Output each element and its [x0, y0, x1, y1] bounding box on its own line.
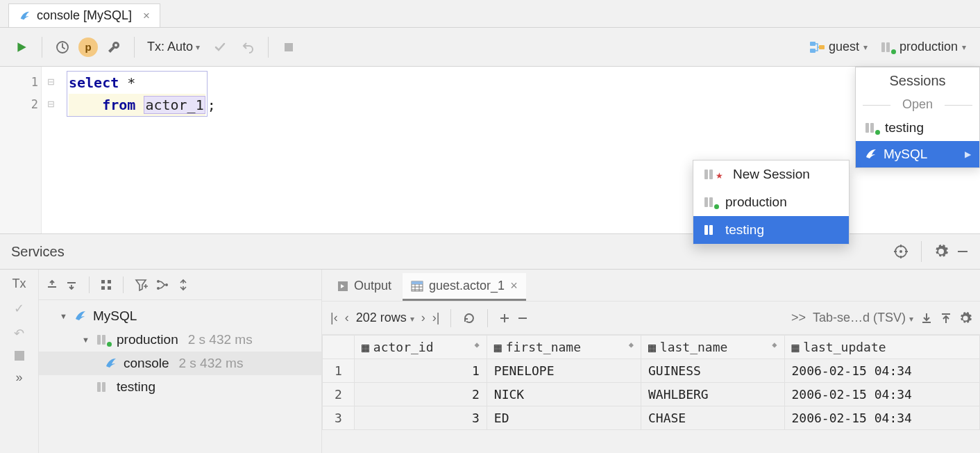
column-header-last-name[interactable]: ▦last_name◆ [641, 336, 785, 359]
datasource-selector[interactable]: production ▾ [876, 40, 970, 54]
gear-icon[interactable] [934, 245, 948, 258]
result-tabs: Output guest.actor_1 × [322, 270, 980, 302]
expand-all-icon[interactable] [46, 279, 58, 291]
session-item-mysql[interactable]: MySQL ▶ [856, 141, 979, 167]
table-header-row: ▦actor_id◆ ▦first_name◆ ▦last_name◆ ▦las… [323, 336, 980, 359]
column-header-first-name[interactable]: ▦first_name◆ [487, 336, 641, 359]
gear-icon[interactable] [959, 312, 972, 324]
tx-mode-selector[interactable]: Tx: Auto ▾ [143, 40, 204, 54]
cell-last-update[interactable]: 2006-02-15 04:34 [784, 383, 979, 406]
session-item-label: testing [885, 120, 924, 135]
table-row[interactable]: 1 1 PENELOPE GUINESS 2006-02-15 04:34 [323, 359, 980, 383]
cell-first-name[interactable]: NICK [487, 383, 641, 406]
playground-badge[interactable]: p [78, 38, 98, 57]
more-label[interactable]: >> [791, 311, 806, 325]
tree-node-console[interactable]: console 2 s 432 ms [39, 352, 321, 375]
services-tree[interactable]: ▼ MySQL ▼ production 2 s 432 ms console … [39, 300, 321, 453]
tree-node-testing[interactable]: testing [39, 375, 321, 399]
twisty-open-icon[interactable]: ▼ [60, 312, 68, 320]
export-format-selector[interactable]: Tab-se…d (TSV) ▾ [813, 311, 913, 325]
file-tab-console[interactable]: console [MySQL] × [8, 3, 160, 27]
table-icon: ▦ [792, 340, 800, 354]
history-icon[interactable] [51, 35, 74, 59]
download-icon[interactable] [920, 312, 933, 324]
svg-rect-20 [108, 280, 111, 283]
stop-icon[interactable] [15, 351, 24, 361]
cell-actor-id[interactable]: 3 [355, 406, 487, 430]
fold-start-icon[interactable]: ⊟ [42, 71, 60, 93]
prev-page-icon[interactable]: ‹ [345, 311, 349, 325]
session-item-testing[interactable]: testing [856, 115, 979, 141]
sort-icon[interactable]: ◆ [772, 340, 777, 349]
svg-point-23 [157, 280, 160, 283]
split-icon[interactable] [176, 279, 190, 291]
svg-point-25 [165, 283, 168, 286]
close-icon[interactable]: × [510, 279, 518, 293]
services-title: Services [11, 244, 65, 260]
cell-last-update[interactable]: 2006-02-15 04:34 [784, 406, 979, 430]
commit-icon[interactable]: ✓ [14, 301, 24, 316]
rollback-icon[interactable] [236, 35, 260, 59]
chevron-down-icon: ▾ [962, 42, 966, 52]
add-row-icon[interactable] [499, 313, 510, 324]
svg-rect-19 [101, 280, 105, 283]
last-page-icon[interactable]: ›| [432, 311, 440, 325]
column-header-actor-id[interactable]: ▦actor_id◆ [355, 336, 487, 359]
tree-node-production[interactable]: ▼ production 2 s 432 ms [39, 328, 321, 352]
keyword: from [102, 97, 135, 113]
collapse-all-icon[interactable] [65, 279, 78, 291]
cell-actor-id[interactable]: 1 [355, 359, 487, 383]
minimize-icon[interactable] [956, 245, 969, 258]
fold-end-icon[interactable]: ⊟ [42, 93, 60, 115]
submenu-new-session[interactable]: ★ New Session [693, 160, 849, 188]
tx-label[interactable]: Tx [12, 277, 26, 291]
cell-last-name[interactable]: CHASE [641, 406, 785, 430]
result-pane: Output guest.actor_1 × |‹ ‹ 202 rows ▾ ›… [322, 270, 980, 453]
branch-icon[interactable] [155, 279, 169, 291]
wrench-icon[interactable] [102, 35, 126, 59]
upload-icon[interactable] [940, 312, 952, 324]
tree-label: production [117, 332, 178, 347]
filter-add-icon[interactable] [135, 279, 149, 291]
submenu-testing[interactable]: testing [693, 216, 849, 244]
cell-first-name[interactable]: PENELOPE [487, 359, 641, 383]
svg-point-24 [157, 287, 160, 290]
cell-actor-id[interactable]: 2 [355, 383, 487, 406]
svg-rect-7 [865, 123, 869, 133]
table-row[interactable]: 2 2 NICK WAHLBERG 2006-02-15 04:34 [323, 383, 980, 406]
cell-first-name[interactable]: ED [487, 406, 641, 430]
cell-last-update[interactable]: 2006-02-15 04:34 [784, 359, 979, 383]
separator [42, 37, 42, 58]
cell-last-name[interactable]: GUINESS [641, 359, 785, 383]
tree-node-mysql[interactable]: ▼ MySQL [39, 304, 321, 328]
grid-compact-icon[interactable] [101, 279, 112, 290]
column-header-last-update[interactable]: ▦last_update [784, 336, 979, 359]
first-page-icon[interactable]: |‹ [330, 311, 338, 325]
target-icon[interactable] [893, 244, 909, 259]
more-icon[interactable]: » [15, 370, 22, 385]
result-tab-actor1[interactable]: guest.actor_1 × [403, 273, 526, 301]
table-row[interactable]: 3 3 ED CHASE 2006-02-15 04:34 [323, 406, 980, 430]
result-grid[interactable]: ▦actor_id◆ ▦first_name◆ ▦last_name◆ ▦las… [322, 335, 980, 453]
reload-icon[interactable] [462, 311, 476, 325]
cell-last-name[interactable]: WAHLBERG [641, 383, 785, 406]
sessions-title: Sessions [856, 67, 979, 94]
sort-icon[interactable]: ◆ [475, 340, 480, 349]
twisty-open-icon[interactable]: ▼ [82, 336, 90, 344]
close-icon[interactable]: × [143, 9, 150, 23]
next-page-icon[interactable]: › [421, 311, 425, 325]
sort-icon[interactable]: ◆ [629, 340, 634, 349]
svg-rect-28 [97, 382, 101, 392]
console-icon [104, 356, 118, 370]
submenu-production[interactable]: production [693, 188, 849, 216]
rollback-icon[interactable]: ↶ [14, 326, 24, 341]
svg-rect-14 [709, 225, 713, 235]
commit-icon[interactable] [208, 35, 232, 59]
schema-selector[interactable]: guest ▾ [805, 40, 872, 54]
rowcount-selector[interactable]: 202 rows ▾ [356, 311, 414, 325]
remove-row-icon[interactable] [517, 313, 528, 324]
svg-rect-21 [101, 286, 105, 290]
result-tab-output[interactable]: Output [329, 273, 400, 301]
stop-icon[interactable] [277, 35, 301, 59]
run-icon[interactable] [10, 35, 33, 59]
